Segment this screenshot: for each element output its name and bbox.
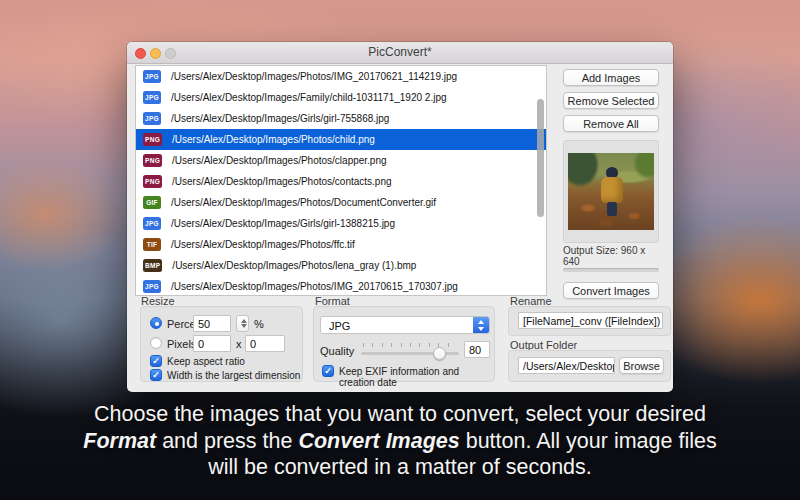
file-row[interactable]: PNG/Users/Alex/Desktop/Images/Photos/chi…	[136, 129, 546, 150]
file-path: /Users/Alex/Desktop/Images/Photos/IMG_20…	[171, 281, 458, 292]
preview-panel	[563, 140, 659, 243]
resize-group: Percents 50 % Pixels 0 x 0 ✓ Keep aspect…	[140, 306, 303, 382]
scrollbar-thumb[interactable]	[537, 99, 544, 217]
caption-text: Choose the images that you want to conve…	[0, 401, 800, 481]
file-format-badge: GIF	[143, 196, 161, 209]
keep-aspect-checkbox[interactable]: ✓	[150, 355, 162, 367]
format-group: JPG Quality 80 ✓ Keep EXIF information a…	[313, 306, 495, 382]
file-format-badge: PNG	[143, 154, 162, 167]
percents-input[interactable]: 50	[193, 315, 231, 332]
file-format-badge: TIF	[143, 238, 161, 251]
file-path: /Users/Alex/Desktop/Images/Photos/child.…	[172, 134, 375, 145]
file-format-badge: JPG	[143, 91, 161, 104]
format-dropdown[interactable]: JPG	[320, 316, 490, 334]
slider-thumb[interactable]	[433, 347, 446, 360]
rename-pattern-input[interactable]: [FileName]_conv ([FileIndex])	[518, 312, 663, 329]
quality-input[interactable]: 80	[464, 341, 490, 358]
file-format-badge: JPG	[143, 112, 161, 125]
file-format-badge: PNG	[143, 175, 162, 188]
file-path: /Users/Alex/Desktop/Images/Girls/girl-13…	[171, 218, 395, 229]
keep-exif-checkbox[interactable]: ✓	[322, 365, 334, 377]
largest-dimension-checkbox[interactable]: ✓	[150, 369, 162, 381]
pixels-radio[interactable]	[150, 337, 162, 349]
output-folder-group: /Users/Alex/Desktop Browse	[508, 350, 671, 382]
file-path: /Users/Alex/Desktop/Images/Photos/lena_g…	[172, 260, 416, 271]
preview-child-legs	[607, 202, 617, 216]
format-dropdown-value: JPG	[329, 320, 350, 332]
pixels-label: Pixels	[167, 338, 196, 350]
quality-slider[interactable]	[361, 343, 459, 359]
caption-line-1: Choose the images that you want to conve…	[0, 401, 800, 428]
keep-exif-label: Keep EXIF information and creation date	[339, 366, 494, 388]
preview-child-coat	[601, 177, 623, 203]
percents-stepper[interactable]	[236, 315, 249, 332]
convert-images-button[interactable]: Convert Images	[563, 282, 659, 299]
keep-aspect-label: Keep aspect ratio	[167, 356, 245, 367]
window-title: PicConvert*	[127, 42, 673, 63]
desktop-wallpaper: PicConvert* JPG/Users/Alex/Desktop/Image…	[0, 0, 800, 500]
file-row[interactable]: BMP/Users/Alex/Desktop/Images/Photos/len…	[136, 255, 546, 276]
file-path: /Users/Alex/Desktop/Images/Girls/girl-75…	[171, 113, 389, 124]
file-row[interactable]: JPG/Users/Alex/Desktop/Images/Photos/IMG…	[136, 276, 546, 296]
minimize-icon[interactable]	[150, 48, 161, 59]
file-path: /Users/Alex/Desktop/Images/Photos/ffc.ti…	[171, 239, 355, 250]
caption-line-3: will be converted in a matter of seconds…	[0, 454, 800, 481]
file-format-badge: JPG	[143, 217, 161, 230]
file-row[interactable]: JPG/Users/Alex/Desktop/Images/Girls/girl…	[136, 108, 546, 129]
close-icon[interactable]	[135, 48, 146, 59]
remove-selected-button[interactable]: Remove Selected	[563, 92, 659, 109]
pixels-x-label: x	[236, 338, 242, 350]
pixels-height-input[interactable]: 0	[245, 335, 285, 352]
slider-ticks	[363, 343, 457, 347]
file-format-badge: JPG	[143, 70, 161, 83]
output-size-label: Output Size: 960 x 640	[563, 245, 659, 267]
file-row[interactable]: JPG/Users/Alex/Desktop/Images/Family/chi…	[136, 87, 546, 108]
add-images-button[interactable]: Add Images	[563, 69, 659, 86]
file-row[interactable]: PNG/Users/Alex/Desktop/Images/Photos/cla…	[136, 150, 546, 171]
caption-line-2: Format and press the Convert Images butt…	[0, 428, 800, 455]
file-path: /Users/Alex/Desktop/Images/Photos/IMG_20…	[171, 71, 457, 82]
zoom-icon	[165, 48, 176, 59]
file-format-badge: PNG	[143, 133, 162, 146]
file-path: /Users/Alex/Desktop/Images/Photos/clappe…	[172, 155, 387, 166]
remove-all-button[interactable]: Remove All	[563, 115, 659, 132]
preview-image	[568, 153, 654, 230]
file-row[interactable]: GIF/Users/Alex/Desktop/Images/Photos/Doc…	[136, 192, 546, 213]
file-path: /Users/Alex/Desktop/Images/Family/child-…	[171, 92, 447, 103]
file-path: /Users/Alex/Desktop/Images/Photos/contac…	[172, 176, 392, 187]
output-folder-input[interactable]: /Users/Alex/Desktop	[518, 357, 615, 374]
browse-button[interactable]: Browse	[619, 357, 664, 374]
rename-group: [FileName]_conv ([FileIndex])	[508, 306, 671, 336]
file-format-badge: BMP	[143, 259, 162, 272]
percents-radio[interactable]	[150, 317, 162, 329]
file-row[interactable]: JPG/Users/Alex/Desktop/Images/Girls/girl…	[136, 213, 546, 234]
file-row[interactable]: TIF/Users/Alex/Desktop/Images/Photos/ffc…	[136, 234, 546, 255]
file-list[interactable]: JPG/Users/Alex/Desktop/Images/Photos/IMG…	[135, 65, 547, 296]
file-path: /Users/Alex/Desktop/Images/Photos/Docume…	[171, 197, 436, 208]
pixels-width-input[interactable]: 0	[193, 335, 231, 352]
file-format-badge: JPG	[143, 280, 161, 293]
app-window: PicConvert* JPG/Users/Alex/Desktop/Image…	[127, 42, 673, 392]
quality-label: Quality	[320, 345, 354, 357]
percent-sign-label: %	[254, 318, 264, 330]
conversion-progress-bar	[563, 268, 659, 272]
dropdown-arrows-icon	[473, 317, 489, 333]
file-row[interactable]: JPG/Users/Alex/Desktop/Images/Photos/IMG…	[136, 66, 546, 87]
window-titlebar[interactable]: PicConvert*	[127, 42, 673, 64]
largest-dimension-label: Width is the largest dimension	[167, 370, 300, 381]
file-row[interactable]: PNG/Users/Alex/Desktop/Images/Photos/con…	[136, 171, 546, 192]
